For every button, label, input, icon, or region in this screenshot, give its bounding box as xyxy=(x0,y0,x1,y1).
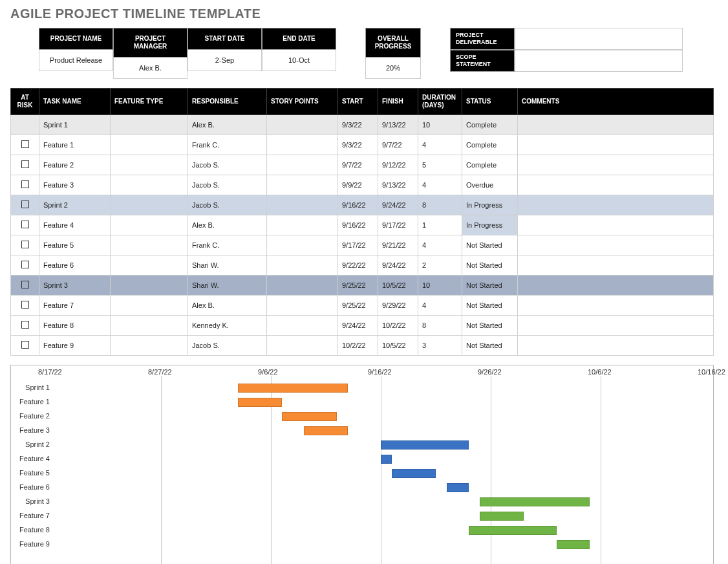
story-points xyxy=(267,155,338,175)
duration: 10 xyxy=(418,276,462,296)
gantt-tick: 10/6/22 xyxy=(588,368,612,376)
duration: 8 xyxy=(418,195,462,215)
risk-cell[interactable] xyxy=(11,336,39,356)
checkbox-icon[interactable] xyxy=(21,301,29,309)
status-cell: Complete xyxy=(462,115,518,135)
table-row: Sprint 1Alex B.9/3/229/13/2210Complete xyxy=(11,115,714,135)
responsible: Jacob S. xyxy=(188,336,267,356)
gantt-label: Feature 8 xyxy=(14,526,50,534)
th-start: START xyxy=(338,89,378,115)
task-name: Feature 6 xyxy=(39,255,111,276)
risk-cell[interactable] xyxy=(11,115,39,135)
table-row: Feature 8Kennedy K.9/24/2210/2/228Not St… xyxy=(11,316,714,336)
gantt-bar xyxy=(304,426,348,435)
checkbox-icon[interactable] xyxy=(21,341,29,349)
gantt-tick: 8/17/22 xyxy=(38,368,62,376)
task-table: AT RISK TASK NAME FEATURE TYPE RESPONSIB… xyxy=(10,88,714,356)
responsible: Frank C. xyxy=(188,235,267,255)
story-points xyxy=(267,135,338,155)
responsible: Shari W. xyxy=(188,255,267,276)
gantt-row: Feature 9 xyxy=(51,537,713,552)
th-status: STATUS xyxy=(462,89,518,115)
start-date: 9/3/22 xyxy=(338,115,378,135)
feature-type xyxy=(111,235,188,255)
risk-cell[interactable] xyxy=(11,175,39,195)
checkbox-icon[interactable] xyxy=(21,281,29,288)
table-row: Feature 9Jacob S.10/2/2210/5/223Not Star… xyxy=(11,336,714,356)
checkbox-icon[interactable] xyxy=(21,140,29,148)
responsible: Alex B. xyxy=(188,115,267,135)
gantt-label: Sprint 3 xyxy=(14,497,50,505)
duration: 8 xyxy=(418,316,462,336)
hdr-deliverable: PROJECT DELIVERABLE xyxy=(450,28,515,50)
hdr-end-date: END DATE xyxy=(262,28,336,50)
task-name: Feature 1 xyxy=(39,135,111,155)
risk-cell[interactable] xyxy=(11,195,39,215)
checkbox-icon[interactable] xyxy=(21,180,29,188)
gantt-bar xyxy=(282,412,337,421)
risk-cell[interactable] xyxy=(11,255,39,276)
th-task: TASK NAME xyxy=(39,89,111,115)
responsible: Jacob S. xyxy=(188,195,267,215)
responsible: Kennedy K. xyxy=(188,316,267,336)
val-overall-progress: 20% xyxy=(365,58,421,79)
task-name: Feature 3 xyxy=(39,175,111,195)
gantt-row: Feature 7 xyxy=(51,509,713,523)
risk-cell[interactable] xyxy=(11,316,39,336)
table-row: Feature 2Jacob S.9/7/229/12/225Complete xyxy=(11,155,714,175)
risk-cell[interactable] xyxy=(11,155,39,175)
risk-cell[interactable] xyxy=(11,235,39,255)
gantt-tick: 9/16/22 xyxy=(368,368,392,376)
duration: 3 xyxy=(418,336,462,356)
duration: 4 xyxy=(418,235,462,255)
gantt-row: Feature 5 xyxy=(51,466,713,481)
responsible: Jacob S. xyxy=(188,155,267,175)
checkbox-icon[interactable] xyxy=(21,261,29,268)
gantt-label: Sprint 1 xyxy=(14,384,50,391)
status-cell: In Progress xyxy=(462,215,518,235)
risk-cell[interactable] xyxy=(11,135,39,155)
checkbox-icon[interactable] xyxy=(21,160,29,168)
feature-type xyxy=(111,155,188,175)
gantt-bar xyxy=(480,512,524,521)
risk-cell[interactable] xyxy=(11,296,39,316)
task-name: Feature 7 xyxy=(39,296,111,316)
gantt-label: Feature 2 xyxy=(14,412,50,420)
start-date: 9/25/22 xyxy=(338,296,378,316)
story-points xyxy=(267,276,338,296)
finish-date: 9/13/22 xyxy=(378,175,418,195)
th-finish: FINISH xyxy=(378,89,418,115)
checkbox-icon[interactable] xyxy=(21,201,29,208)
th-duration: DURATION (DAYS) xyxy=(418,89,462,115)
hdr-start-date: START DATE xyxy=(187,28,262,50)
gantt-row: Feature 6 xyxy=(51,481,713,495)
story-points xyxy=(267,175,338,195)
checkbox-icon[interactable] xyxy=(21,321,29,329)
table-row: Feature 3Jacob S.9/9/229/13/224Overdue xyxy=(11,175,714,195)
status-cell: Complete xyxy=(462,135,518,155)
val-deliverable[interactable] xyxy=(515,28,683,50)
hdr-overall-progress: OVERALL PROGRESS xyxy=(365,28,421,58)
story-points xyxy=(267,255,338,276)
status-cell: Overdue xyxy=(462,175,518,195)
finish-date: 9/29/22 xyxy=(378,296,418,316)
checkbox-icon[interactable] xyxy=(21,221,29,228)
gantt-label: Feature 9 xyxy=(14,540,50,548)
comments xyxy=(518,155,714,175)
gantt-label: Feature 6 xyxy=(14,483,50,491)
duration: 5 xyxy=(418,155,462,175)
checkbox-icon[interactable] xyxy=(21,241,29,248)
val-scope[interactable] xyxy=(515,50,683,72)
start-date: 9/9/22 xyxy=(338,175,378,195)
status-cell: Not Started xyxy=(462,255,518,276)
risk-cell[interactable] xyxy=(11,276,39,296)
start-date: 9/3/22 xyxy=(338,135,378,155)
responsible: Alex B. xyxy=(188,215,267,235)
finish-date: 9/13/22 xyxy=(378,115,418,135)
finish-date: 9/24/22 xyxy=(378,195,418,215)
table-row: Feature 6Shari W.9/22/229/24/222Not Star… xyxy=(11,255,714,276)
responsible: Frank C. xyxy=(188,135,267,155)
project-header: PROJECT NAME Product Release PROJECT MAN… xyxy=(39,28,722,79)
risk-cell[interactable] xyxy=(11,215,39,235)
gantt-bar xyxy=(381,440,469,450)
